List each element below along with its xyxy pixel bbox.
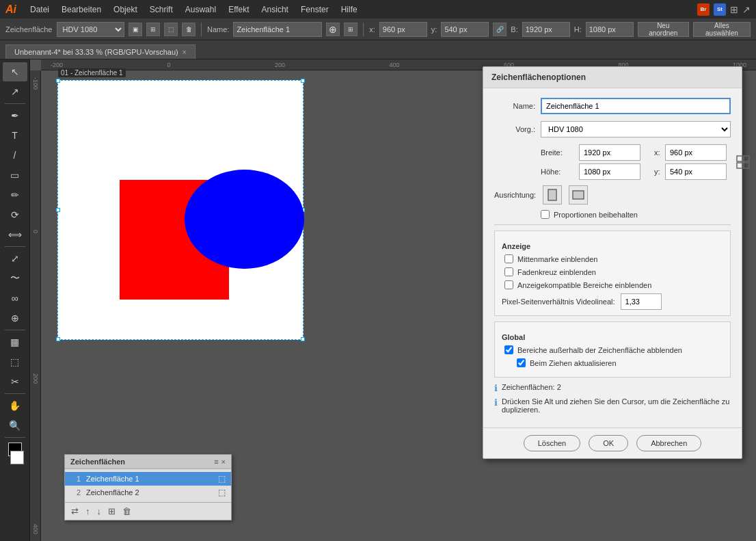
link-icon[interactable]: 🔗: [493, 23, 507, 36]
loeschen-button[interactable]: Löschen: [524, 435, 581, 451]
mittenmark-checkbox[interactable]: [504, 254, 513, 263]
dialog-x-input[interactable]: [665, 144, 727, 161]
pixel-row: Pixel-Seitenverhältnis Videolineal:: [502, 293, 723, 310]
dialog-y-input[interactable]: [665, 163, 727, 180]
slice-tool[interactable]: ✂: [3, 372, 27, 391]
landscape-btn[interactable]: [569, 185, 588, 204]
ziehen-label[interactable]: Beim Ziehen aktualisieren: [530, 359, 617, 367]
bereiche-checkbox[interactable]: [504, 345, 513, 354]
abbrechen-button[interactable]: Abbrechen: [636, 435, 701, 451]
warp-tool[interactable]: 〜: [3, 269, 27, 288]
bereiche-label[interactable]: Bereiche außerhalb der Zeichenfläche abb…: [517, 346, 682, 354]
paint-brush-tool[interactable]: ✏: [3, 185, 27, 204]
artboard-grid-icon[interactable]: ⊞: [344, 23, 357, 36]
select-all-button[interactable]: Alles auswählen: [693, 22, 751, 37]
artboard-icon1[interactable]: ▣: [129, 23, 142, 36]
x-input[interactable]: [379, 22, 427, 37]
menu-auswahl[interactable]: Auswahl: [180, 3, 221, 16]
hoehe-input[interactable]: [579, 163, 640, 180]
artboard-item-1[interactable]: 1 Zeichenfläche 1 ⬚: [65, 472, 231, 486]
handle-br[interactable]: [301, 337, 305, 341]
artboard-preset-select[interactable]: HDV 1080: [57, 22, 125, 37]
stroke-color[interactable]: [10, 451, 24, 464]
menu-effekt[interactable]: Effekt: [223, 3, 254, 16]
mirror-tool[interactable]: ⟺: [3, 225, 27, 244]
artboard-down-btn[interactable]: ↓: [95, 505, 104, 517]
menu-fenster[interactable]: Fenster: [295, 3, 334, 16]
panel-menu-btn[interactable]: ≡: [214, 458, 218, 466]
hand-tool[interactable]: ✋: [3, 396, 27, 415]
zeichenflaechenoptionen-dialog[interactable]: Zeichenflächenoptionen Name: Vorg.: HDV …: [483, 66, 742, 459]
share-icon[interactable]: ↗: [742, 4, 751, 15]
y-row: y:: [654, 163, 727, 180]
breite-input[interactable]: [579, 144, 640, 161]
mittenmark-label[interactable]: Mittenmarke einblenden: [517, 255, 597, 263]
handle-tr[interactable]: [301, 79, 305, 83]
anzeigekompatibel-label[interactable]: Anzeigekompatible Bereiche einblenden: [517, 281, 651, 289]
artboard-item-2[interactable]: 2 Zeichenfläche 2 ⬚: [65, 486, 231, 499]
artboard[interactable]: 01 - Zeichenfläche 1: [57, 80, 303, 340]
scale-tool[interactable]: ⤢: [3, 249, 27, 268]
menu-objekt[interactable]: Objekt: [108, 3, 143, 16]
artboard-copy-btn[interactable]: ⊞: [106, 505, 118, 517]
canvas-area[interactable]: -200 0 200 400 600 800 1000 -100 0 200 4…: [30, 60, 756, 541]
type-tool[interactable]: T: [3, 126, 27, 145]
document-tab[interactable]: Unbenannt-4* bei 33.33 % (RGB/GPU-Vorsch…: [5, 44, 195, 59]
rearrange-button[interactable]: Neu anordnen: [638, 22, 689, 37]
blue-ellipse[interactable]: [185, 170, 304, 269]
handle-bl[interactable]: [56, 337, 60, 341]
direct-select-tool[interactable]: ↗: [3, 82, 27, 101]
menu-schrift[interactable]: Schrift: [144, 3, 178, 16]
ok-button[interactable]: OK: [589, 435, 628, 451]
h-input[interactable]: [586, 22, 634, 37]
select-tool[interactable]: ↖: [3, 62, 27, 81]
blend-tool[interactable]: ∞: [3, 289, 27, 308]
rect-tool[interactable]: ▭: [3, 166, 27, 185]
bridge-icon: Br: [697, 3, 710, 16]
fadenkreuz-label[interactable]: Fadenkreuz einblenden: [517, 268, 596, 276]
artboard-icon3[interactable]: ⬚: [164, 23, 178, 36]
artboard-name-1: Zeichenfläche 1: [86, 475, 139, 483]
ziehen-checkbox[interactable]: [517, 358, 526, 367]
vorg-select[interactable]: HDV 1080: [541, 121, 731, 137]
dialog-name-input[interactable]: [541, 98, 731, 114]
menu-hilfe[interactable]: Hilfe: [336, 3, 363, 16]
panel-close-btn[interactable]: ×: [221, 458, 226, 466]
handle-tl[interactable]: [56, 79, 60, 83]
artboard-shuffle-btn[interactable]: ⇄: [69, 505, 81, 517]
artboard-target-icon[interactable]: ⊕: [326, 23, 340, 36]
main-area: ↖ ↗ ✒ T / ▭ ✏ ⟳ ⟺ ⤢ 〜 ∞ ⊕ ▦ ⬚ ✂ ✋ 🔍 -200: [0, 60, 756, 541]
anzeigekompatibel-checkbox[interactable]: [504, 280, 513, 289]
apps-icon[interactable]: ⊞: [730, 4, 738, 15]
tool-divider5: [5, 437, 25, 438]
y-input[interactable]: [441, 22, 489, 37]
handle-ml[interactable]: [56, 208, 60, 212]
divider1: [201, 23, 202, 36]
line-tool[interactable]: /: [3, 146, 27, 165]
artboard-tool[interactable]: ⬚: [3, 352, 27, 371]
fadenkreuz-checkbox[interactable]: [504, 267, 513, 276]
b-input[interactable]: [522, 22, 570, 37]
tab-bar: Unbenannt-4* bei 33.33 % (RGB/GPU-Vorsch…: [0, 40, 756, 60]
pixel-input[interactable]: [621, 293, 662, 310]
column-chart-tool[interactable]: ▦: [3, 332, 27, 352]
menu-ansicht[interactable]: Ansicht: [256, 3, 294, 16]
tab-close-icon[interactable]: ×: [183, 49, 187, 56]
artboard-icon2[interactable]: ⊞: [146, 23, 160, 36]
global-section: Global Bereiche außerhalb der Zeichenflä…: [494, 321, 731, 378]
rotate-tool[interactable]: ⟳: [3, 205, 27, 224]
artboard-delete[interactable]: 🗑: [182, 23, 195, 36]
artboard-name-input[interactable]: [233, 22, 322, 37]
info1-text: Zeichenflächen: 2: [502, 383, 561, 391]
artboard-delete-btn[interactable]: 🗑: [120, 505, 133, 517]
artboard-up-btn[interactable]: ↑: [83, 505, 92, 517]
symbol-tool[interactable]: ⊕: [3, 308, 27, 328]
menu-bearbeiten[interactable]: Bearbeiten: [56, 3, 107, 16]
proportionen-checkbox[interactable]: [541, 210, 550, 219]
portrait-btn[interactable]: [543, 185, 562, 204]
artboard-num-2: 2: [70, 488, 81, 497]
pen-tool[interactable]: ✒: [3, 106, 27, 125]
proportionen-label[interactable]: Proportionen beibehalten: [554, 211, 638, 219]
menu-datei[interactable]: Datei: [25, 3, 55, 16]
zoom-tool[interactable]: 🔍: [3, 416, 27, 435]
